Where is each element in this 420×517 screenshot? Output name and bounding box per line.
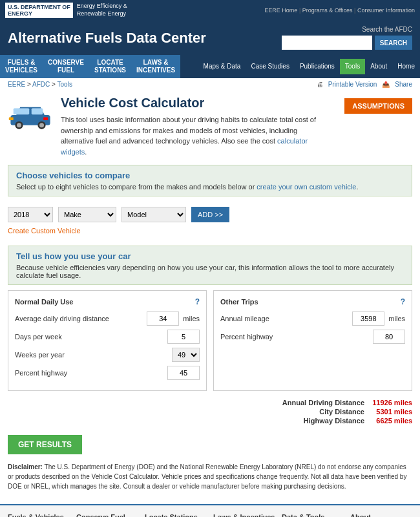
nav-conserve-fuel[interactable]: CONSERVEFUEL [43,55,89,78]
choose-vehicles-sub: Select up to eight vehicles to compare f… [16,183,404,191]
make-select[interactable]: Make [58,207,116,222]
svg-point-6 [39,123,44,127]
percent-highway-normal-input[interactable] [167,366,200,380]
svg-rect-1 [14,109,30,115]
create-custom-link-inline[interactable]: create your own custom vehicle [257,183,356,191]
eere-home-link[interactable]: EERE Home [264,7,297,14]
avg-driving-distance-label: Average daily driving distance [15,315,143,322]
printable-version-link[interactable]: Printable Version [328,81,377,88]
disclaimer: Disclaimer: The U.S. Department of Energ… [8,462,412,491]
hero-icon-area [8,96,53,136]
svg-rect-2 [32,109,43,115]
consumer-info-link[interactable]: Consumer Information [357,7,415,14]
nav-laws-incentives[interactable]: LAWS &INCENTIVES [131,55,180,78]
breadcrumb-eere[interactable]: EERE [8,81,25,88]
percent-highway-other-input[interactable] [373,330,405,344]
breadcrumb-tools[interactable]: Tools [58,81,72,88]
main-nav: FUELS &VEHICLES CONSERVEFUEL LOCATESTATI… [0,55,420,78]
search-input[interactable] [282,36,372,50]
percent-highway-other-label: Percent highway [220,333,369,341]
other-trips-info-icon[interactable]: ? [401,297,405,306]
footer-nav: Fuels & Vehicles Biodiesel Electricity E… [0,504,420,517]
footer-col-about: About Project Assistance News & Features… [350,513,412,517]
footer-col-data-tools: Data & Tools Widgets Data Downloads APIs [282,513,344,517]
footer-col-fuels: Fuels & Vehicles Biodiesel Electricity E… [8,513,70,517]
create-custom-link[interactable]: Create Custom Vehicle [8,227,81,235]
normal-daily-info-icon[interactable]: ? [195,297,200,306]
choose-vehicles-title: Choose vehicles to compare [16,171,404,180]
footer-col-conserve-title: Conserve Fuel [76,513,138,517]
footer-col-data-tools-title: Data & Tools [282,513,344,517]
print-icon: 🖨 [317,81,323,88]
breadcrumb-afdc[interactable]: AFDC [32,81,50,88]
nav-publications[interactable]: Publications [295,59,340,74]
year-select[interactable]: 2018 [8,207,53,222]
highway-distance-label: Highway Distance [304,417,364,425]
calculator-widgets-link[interactable]: calculator widgets [61,137,308,156]
footer-col-laws-title: Laws & Incentives [213,513,275,517]
energy-text: Energy Efficiency &Renewable Energy [77,3,127,17]
highway-distance-row: Highway Distance 6625 miles [8,417,412,425]
svg-point-4 [17,123,21,127]
days-per-week-input[interactable] [167,330,200,344]
footer-col-locate-title: Locate Stations [145,513,207,517]
get-results-button[interactable]: GET RESULTS [8,435,82,454]
panels-row: Normal Daily Use ? Average daily driving… [8,290,412,391]
annual-mileage-input[interactable] [352,311,384,326]
annual-mileage-unit: miles [388,315,405,322]
nav-case-studies[interactable]: Case Studies [246,59,294,74]
percent-highway-other-row: Percent highway [220,330,405,344]
nav-right: Maps & Data Case Studies Publications To… [198,55,420,78]
annual-driving-distance-row: Annual Driving Distance 11926 miles [8,399,412,406]
nav-spacer [180,55,198,78]
top-links: EERE Home | Programs & Offices | Consume… [264,7,415,14]
share-link[interactable]: Share [395,81,412,88]
model-select[interactable]: Model [121,207,186,222]
doe-logo: U.S. DEPARTMENT OFENERGY [5,3,73,18]
normal-daily-panel: Normal Daily Use ? Average daily driving… [8,290,207,391]
search-button[interactable]: SEARCH [375,36,412,50]
hero-content: Vehicle Cost Calculator This tool uses b… [61,96,329,157]
percent-highway-normal-label: Percent highway [15,369,163,377]
svg-rect-8 [43,118,48,120]
hero-right: ASSUMPTIONS [337,96,412,114]
nav-tools[interactable]: Tools [340,59,365,74]
site-header: Alternative Fuels Data Center Search the… [0,21,420,55]
percent-highway-normal-row: Percent highway [15,366,200,380]
other-trips-title: Other Trips ? [220,297,405,306]
main-content: Vehicle Cost Calculator This tool uses b… [0,90,420,504]
print-share: 🖨 Printable Version 📤 Share [317,81,412,88]
search-area: Search the AFDC SEARCH [282,26,412,50]
days-per-week-row: Days per week [15,330,200,344]
add-vehicle-button[interactable]: ADD >> [191,207,229,222]
highway-distance-value: 6625 miles [367,417,412,425]
footer-col-fuels-title: Fuels & Vehicles [8,513,70,517]
annual-driving-distance-label: Annual Driving Distance [282,399,364,406]
city-distance-row: City Distance 5301 miles [8,408,412,416]
share-icon: 📤 [382,81,390,88]
driving-habits-title: Tell us how you use your car [16,251,404,261]
driving-habits-header: Tell us how you use your car Because veh… [8,246,412,285]
city-distance-value: 5301 miles [367,408,412,416]
footer-col-about-title: About [350,513,412,517]
weeks-per-year-select[interactable]: 49 [172,348,200,362]
footer-columns: Fuels & Vehicles Biodiesel Electricity E… [8,513,412,517]
doe-logo-area: U.S. DEPARTMENT OFENERGY Energy Efficien… [5,3,127,18]
annual-distances: Annual Driving Distance 11926 miles City… [8,396,412,428]
nav-about[interactable]: About [365,59,392,74]
nav-fuels-vehicles[interactable]: FUELS &VEHICLES [0,55,43,78]
nav-locate-stations[interactable]: LOCATESTATIONS [89,55,131,78]
avg-driving-distance-unit: miles [183,315,200,322]
nav-maps-data[interactable]: Maps & Data [198,59,246,74]
footer-col-laws: Laws & Incentives Search Federal State K… [213,513,275,517]
nav-home[interactable]: Home [392,59,420,74]
programs-offices-link[interactable]: Programs & Offices [302,7,353,14]
top-bar: U.S. DEPARTMENT OFENERGY Energy Efficien… [0,0,420,21]
hero-desc: This tool uses basic information about y… [61,114,329,157]
breadcrumb-area: 🖨 Printable Version 📤 Share EERE > AFDC … [0,78,420,90]
driving-habits-sub: Because vehicle efficiencies vary depend… [16,264,404,279]
weeks-per-year-row: Weeks per year 49 [15,348,200,362]
avg-driving-distance-input[interactable] [147,311,179,326]
assumptions-button[interactable]: ASSUMPTIONS [344,98,412,114]
annual-mileage-label: Annual mileage [220,315,348,322]
